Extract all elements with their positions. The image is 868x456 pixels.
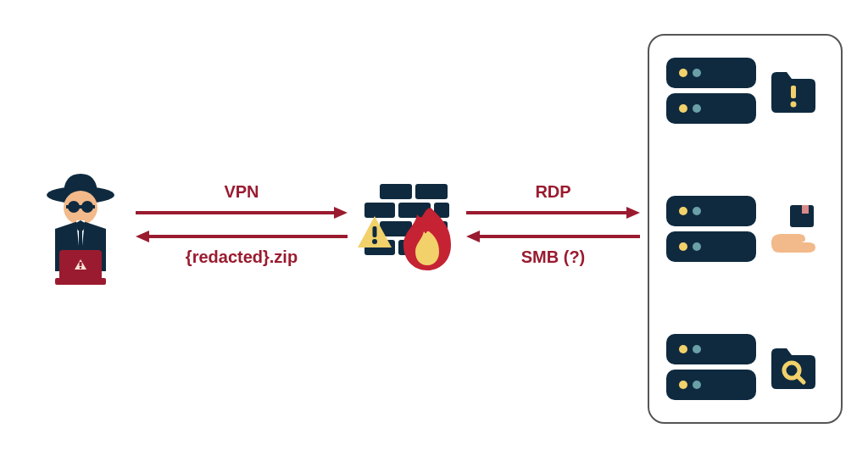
firewall-icon bbox=[356, 175, 458, 277]
svg-point-38 bbox=[791, 102, 797, 108]
svg-point-26 bbox=[372, 239, 377, 244]
svg-rect-46 bbox=[802, 205, 809, 214]
svg-rect-9 bbox=[80, 262, 82, 266]
arrow-right-icon bbox=[136, 205, 348, 220]
svg-rect-37 bbox=[791, 86, 796, 98]
hand-package-icon bbox=[768, 203, 819, 254]
svg-rect-25 bbox=[373, 226, 377, 237]
server-group-alert bbox=[665, 53, 826, 129]
svg-point-32 bbox=[679, 69, 687, 77]
svg-point-51 bbox=[679, 381, 687, 389]
firewall-node bbox=[356, 175, 458, 277]
svg-marker-28 bbox=[626, 207, 640, 219]
svg-point-41 bbox=[693, 207, 701, 215]
attack-flow-diagram: VPN {redacted}.zip bbox=[0, 0, 868, 456]
hacker-icon bbox=[34, 170, 127, 288]
svg-point-52 bbox=[693, 381, 701, 389]
server-stack-icon bbox=[665, 329, 758, 405]
svg-point-49 bbox=[693, 345, 701, 353]
arrow-left-icon bbox=[136, 229, 348, 244]
svg-marker-30 bbox=[466, 231, 480, 242]
svg-point-10 bbox=[80, 267, 82, 270]
arrow-left-icon bbox=[466, 229, 640, 244]
servers-container bbox=[648, 34, 843, 424]
svg-rect-16 bbox=[415, 184, 448, 199]
svg-point-35 bbox=[679, 104, 687, 113]
svg-point-44 bbox=[693, 242, 701, 251]
attacker-node bbox=[34, 170, 127, 288]
server-group-search bbox=[665, 329, 826, 405]
arrow-label-rdp: RDP bbox=[535, 182, 570, 202]
arrow-attacker-firewall: VPN {redacted}.zip bbox=[136, 182, 348, 267]
svg-marker-14 bbox=[136, 231, 149, 242]
svg-rect-17 bbox=[364, 203, 395, 218]
server-group-hand-package bbox=[665, 191, 826, 267]
arrow-label-vpn: VPN bbox=[224, 182, 259, 202]
server-stack-icon bbox=[665, 191, 758, 267]
svg-rect-5 bbox=[66, 205, 95, 209]
arrow-right-icon bbox=[466, 205, 640, 220]
arrow-label-redacted-zip: {redacted}.zip bbox=[186, 247, 298, 267]
folder-search-icon bbox=[768, 342, 819, 392]
svg-point-40 bbox=[679, 207, 687, 215]
svg-marker-12 bbox=[334, 207, 348, 219]
svg-rect-8 bbox=[55, 278, 106, 285]
svg-point-33 bbox=[693, 69, 701, 77]
svg-point-36 bbox=[693, 104, 701, 113]
server-stack-icon bbox=[665, 53, 758, 129]
arrow-firewall-servers: RDP SMB (?) bbox=[466, 182, 640, 267]
folder-alert-icon bbox=[768, 65, 819, 116]
svg-point-43 bbox=[679, 242, 687, 251]
svg-point-48 bbox=[679, 345, 687, 353]
arrow-label-smb: SMB (?) bbox=[521, 247, 586, 267]
svg-rect-15 bbox=[380, 184, 412, 199]
